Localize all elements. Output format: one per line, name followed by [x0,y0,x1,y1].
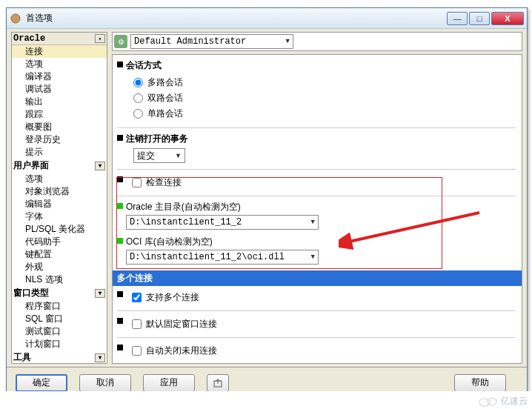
oracle-home-section: Oracle 主目录(自动检测为空) D:\instantclient_11_2… [117,201,516,230]
nav-item[interactable]: 调试器 [12,83,107,96]
help-button[interactable]: 帮助 [454,374,506,392]
nav-item[interactable]: NLS 选项 [12,273,107,286]
window-title: 首选项 [26,12,445,24]
nav-item[interactable]: 输出 [12,96,107,108]
nav-item[interactable]: 跟踪 [12,108,107,121]
titlebar[interactable]: 首选项 — □ X [7,8,527,29]
section-title: 会话方式 [117,59,516,72]
profile-selector-row: ⚙ Default Administrator▼ [112,32,522,51]
field-label: OCI 库(自动检测为空) [117,236,516,248]
export-button[interactable] [207,374,229,392]
ok-button[interactable]: 确定 [16,374,67,392]
logoff-combo[interactable]: 提交▼ [133,148,185,163]
nav-item[interactable]: SQL 窗口 [12,313,107,325]
nav-item[interactable]: 测试窗口 [12,325,107,338]
nav-item[interactable]: 编译器 [12,70,107,83]
oci-lib-section: OCI 库(自动检测为空) D:\instantclient_11_2\oci.… [117,236,516,265]
button-bar: 确定 取消 应用 帮助 [7,367,527,391]
preferences-window: 首选项 — □ X Oracle▾ 连接 选项 编译器 调试器 输出 跟踪 概要… [6,7,528,391]
check-default-pin[interactable]: 默认固定窗口连接 [117,316,516,333]
nav-item[interactable]: 概要图 [12,121,107,133]
close-button[interactable]: X [491,12,524,25]
apply-button[interactable]: 应用 [143,374,195,392]
chevron-down-icon[interactable]: ▾ [95,353,105,362]
nav-item[interactable]: 提示 [12,146,107,159]
nav-tree[interactable]: Oracle▾ 连接 选项 编译器 调试器 输出 跟踪 概要图 登录历史 提示 … [11,32,107,364]
nav-group-tools[interactable]: 工具▾ [12,350,107,364]
nav-item[interactable]: 字体 [12,210,107,223]
nav-group-windowtype[interactable]: 窗口类型▾ [12,286,107,300]
maximize-button[interactable]: □ [469,12,490,25]
nav-item-connection[interactable]: 连接 [12,45,107,58]
oracle-home-input[interactable]: D:\instantclient_11_2▼ [126,215,319,230]
nav-item[interactable]: 选项 [12,58,107,70]
nav-item[interactable]: 程序窗口 [12,300,107,313]
chevron-down-icon: ▼ [175,152,182,159]
profile-icon: ⚙ [114,35,127,48]
radio-single-session[interactable]: 单路会话 [117,106,516,122]
nav-item[interactable]: PL/SQL 美化器 [12,223,107,236]
check-auto-close[interactable]: 自动关闭未用连接 [117,342,516,359]
chevron-down-icon[interactable]: ▾ [95,289,105,298]
field-label: Oracle 主目录(自动检测为空) [117,201,516,213]
export-icon [213,378,223,388]
radio-multi-session[interactable]: 多路会话 [117,75,516,90]
chevron-down-icon: ▼ [311,253,315,261]
oci-lib-input[interactable]: D:\instantclient_11_2\oci.dll▼ [126,250,319,265]
svg-point-0 [11,14,20,23]
cancel-button[interactable]: 取消 [79,374,131,392]
nav-item[interactable]: 选项 [12,173,107,185]
multi-connection-header: 多个连接 [113,270,522,286]
session-mode-section: 会话方式 多路会话 双路会话 单路会话 [117,59,516,122]
check-connection-row[interactable]: 检查连接 [117,174,516,191]
minimize-button[interactable]: — [447,12,468,25]
check-support-multi[interactable]: 支持多个连接 [117,289,516,306]
nav-item[interactable]: 键配置 [12,248,107,261]
nav-item[interactable]: 代码助手 [12,236,107,248]
logoff-section: 注销打开的事务 提交▼ [117,133,516,163]
section-title: 注销打开的事务 [117,133,516,145]
nav-item[interactable]: 对象浏览器 [12,185,107,198]
nav-group-ui[interactable]: 用户界面▾ [12,159,107,173]
chevron-down-icon[interactable]: ▾ [95,162,105,170]
settings-panel: 会话方式 多路会话 双路会话 单路会话 注销打开的事务 提交▼ 检查连接 Ora… [112,54,522,364]
nav-item[interactable]: 计划窗口 [12,338,107,350]
nav-item[interactable]: 外观 [12,261,107,273]
radio-dual-session[interactable]: 双路会话 [117,90,516,106]
chevron-down-icon: ▼ [286,38,290,45]
profile-select[interactable]: Default Administrator▼ [130,34,293,49]
chevron-down-icon[interactable]: ▾ [95,34,105,43]
chevron-down-icon: ▼ [311,219,315,226]
nav-item[interactable]: 登录历史 [12,133,107,146]
nav-group-oracle[interactable]: Oracle▾ [12,33,107,45]
app-icon [10,13,21,24]
nav-item[interactable]: 编辑器 [12,198,107,210]
